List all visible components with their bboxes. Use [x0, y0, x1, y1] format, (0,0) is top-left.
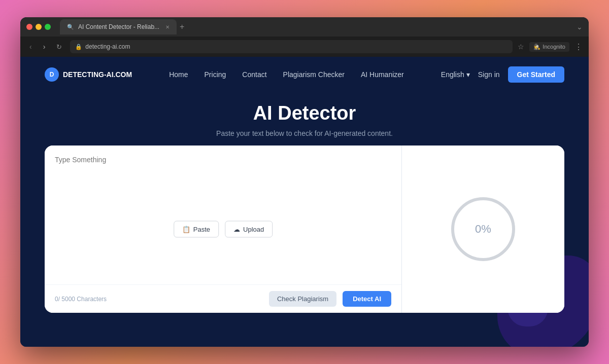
text-editor[interactable]: [45, 145, 401, 284]
reload-button[interactable]: ↻: [53, 42, 65, 52]
traffic-lights: [26, 24, 51, 30]
nav-home[interactable]: Home: [169, 70, 188, 79]
page-content: D DETECTING-AI.COM Home Pricing Contact …: [20, 57, 589, 347]
sign-in-button[interactable]: Sign in: [478, 70, 500, 79]
progress-percentage: 0%: [475, 223, 491, 236]
title-bar: 🔍 AI Content Detector - Reliab... ✕ + ⌄: [20, 17, 589, 37]
progress-circle: 0%: [448, 194, 519, 265]
detect-ai-button[interactable]: Detect AI: [343, 291, 391, 307]
result-panel: 0%: [402, 145, 564, 313]
chevron-down-icon: ▾: [466, 70, 470, 79]
language-label: English: [441, 70, 464, 79]
check-plagiarism-button[interactable]: Check Plagiarism: [269, 291, 336, 307]
upload-icon: ☁: [233, 226, 240, 233]
back-button[interactable]: ‹: [26, 42, 35, 52]
logo-link[interactable]: D DETECTING-AI.COM: [45, 67, 132, 82]
logo-icon: D: [45, 67, 59, 82]
secure-icon: 🔒: [75, 44, 82, 50]
forward-button[interactable]: ›: [40, 42, 49, 52]
tab-area: 🔍 AI Content Detector - Reliab... ✕ +: [60, 19, 572, 34]
tab-close-button[interactable]: ✕: [165, 24, 170, 30]
tab-title: AI Content Detector - Reliab...: [78, 23, 159, 30]
upload-label: Upload: [243, 226, 264, 233]
maximize-traffic-light[interactable]: [45, 24, 51, 30]
tab-favicon: 🔍: [67, 24, 74, 30]
minimize-traffic-light[interactable]: [36, 24, 42, 30]
editor-panel: 📋 Paste ☁ Upload 0/ 5000 Characters Chec…: [45, 145, 402, 313]
nav-right: English ▾ Sign in Get Started: [441, 66, 564, 83]
url-bar[interactable]: 🔒 detecting-ai.com: [70, 40, 513, 53]
hero-section: AI Detector Paste your text below to che…: [20, 92, 589, 145]
upload-button[interactable]: ☁ Upload: [225, 221, 273, 238]
close-traffic-light[interactable]: [26, 24, 32, 30]
editor-footer: 0/ 5000 Characters Check Plagiarism Dete…: [45, 284, 401, 313]
get-started-button[interactable]: Get Started: [508, 66, 564, 83]
browser-menu-icon[interactable]: ⋮: [574, 42, 583, 52]
browser-tab[interactable]: 🔍 AI Content Detector - Reliab... ✕: [60, 19, 177, 34]
nav-ai-humanizer[interactable]: AI Humanizer: [361, 70, 404, 79]
browser-window: 🔍 AI Content Detector - Reliab... ✕ + ⌄ …: [20, 17, 589, 347]
nav-contact[interactable]: Contact: [242, 70, 266, 79]
incognito-label: Incognito: [543, 44, 565, 50]
paste-icon: 📋: [182, 226, 190, 233]
action-buttons: 📋 Paste ☁ Upload: [174, 221, 273, 238]
char-count: 0/ 5000 Characters: [55, 296, 107, 303]
incognito-button[interactable]: 🕵 Incognito: [529, 42, 569, 52]
logo-text: DETECTING-AI.COM: [63, 70, 132, 79]
language-selector[interactable]: English ▾: [441, 70, 470, 79]
paste-label: Paste: [193, 226, 210, 233]
hero-title: AI Detector: [20, 102, 589, 124]
nav-pricing[interactable]: Pricing: [205, 70, 226, 79]
bookmark-icon[interactable]: ☆: [518, 43, 524, 51]
url-text: detecting-ai.com: [85, 43, 130, 50]
main-card: 📋 Paste ☁ Upload 0/ 5000 Characters Chec…: [45, 145, 564, 313]
paste-button[interactable]: 📋 Paste: [174, 221, 219, 238]
nav-plagiarism-checker[interactable]: Plagiarism Checker: [283, 70, 345, 79]
navbar: D DETECTING-AI.COM Home Pricing Contact …: [20, 57, 589, 92]
new-tab-button[interactable]: +: [180, 22, 184, 31]
window-controls: ⌄: [577, 23, 583, 31]
incognito-icon: 🕵: [533, 44, 540, 50]
hero-subtitle: Paste your text below to check for AI-ge…: [20, 129, 589, 137]
nav-links: Home Pricing Contact Plagiarism Checker …: [169, 70, 404, 79]
address-bar: ‹ › ↻ 🔒 detecting-ai.com ☆ 🕵 Incognito ⋮: [20, 37, 589, 57]
